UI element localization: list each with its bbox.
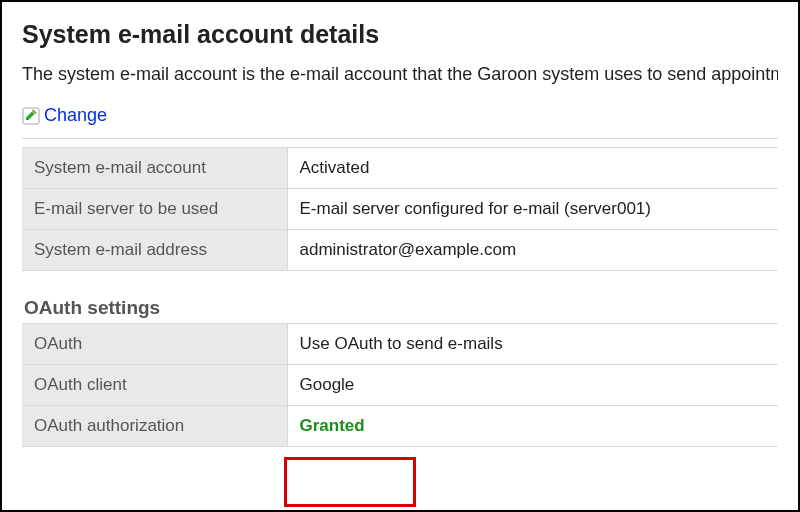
- row-label: OAuth client: [22, 364, 287, 405]
- highlight-annotation: [284, 457, 416, 507]
- change-link[interactable]: Change: [22, 105, 107, 126]
- row-value: Use OAuth to send e-mails: [287, 323, 778, 364]
- account-details-table: System e-mail account Activated E-mail s…: [22, 147, 778, 271]
- change-link-label: Change: [44, 105, 107, 126]
- row-value: Activated: [287, 147, 778, 188]
- row-value: administrator@example.com: [287, 229, 778, 270]
- oauth-settings-heading: OAuth settings: [24, 297, 778, 319]
- table-row: System e-mail account Activated: [22, 147, 778, 188]
- row-label: OAuth: [22, 323, 287, 364]
- row-label: E-mail server to be used: [22, 188, 287, 229]
- table-row: E-mail server to be used E-mail server c…: [22, 188, 778, 229]
- row-label: System e-mail account: [22, 147, 287, 188]
- system-email-account-panel: System e-mail account details The system…: [0, 0, 800, 512]
- row-value: E-mail server configured for e-mail (ser…: [287, 188, 778, 229]
- page-description: The system e-mail account is the e-mail …: [22, 61, 778, 87]
- table-row: OAuth authorization Granted: [22, 405, 778, 446]
- row-value: Google: [287, 364, 778, 405]
- oauth-settings-table: OAuth Use OAuth to send e-mails OAuth cl…: [22, 323, 778, 447]
- row-value: Granted: [287, 405, 778, 446]
- table-row: OAuth Use OAuth to send e-mails: [22, 323, 778, 364]
- divider: [22, 138, 778, 139]
- oauth-authorization-status: Granted: [300, 416, 365, 435]
- action-bar: Change: [22, 105, 778, 130]
- table-row: OAuth client Google: [22, 364, 778, 405]
- row-label: System e-mail address: [22, 229, 287, 270]
- page-title: System e-mail account details: [22, 20, 778, 49]
- row-label: OAuth authorization: [22, 405, 287, 446]
- table-row: System e-mail address administrator@exam…: [22, 229, 778, 270]
- edit-icon: [22, 107, 40, 125]
